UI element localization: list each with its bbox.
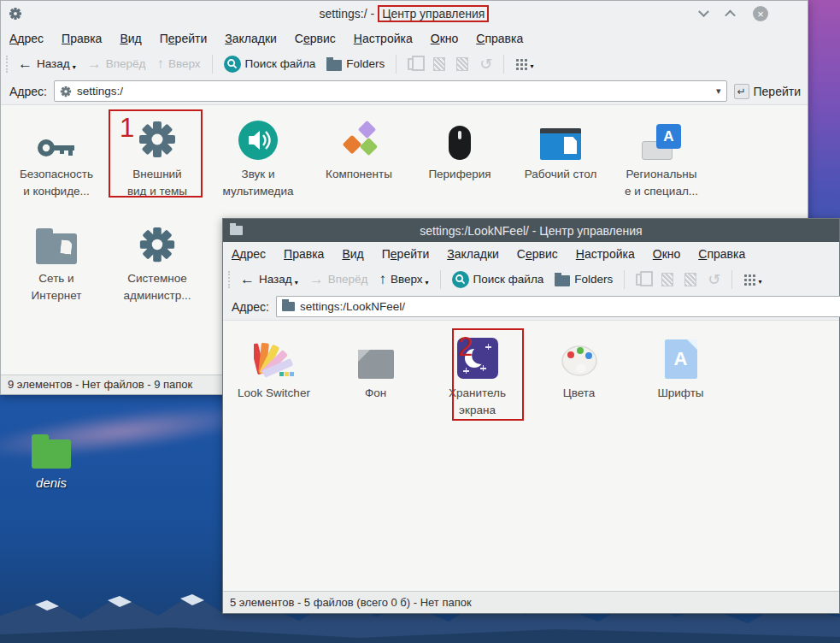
menu-item-6[interactable]: Настройка [354, 32, 413, 45]
menu-item-0[interactable]: Адрес [232, 247, 266, 261]
menu-item-5[interactable]: Сервис [517, 247, 558, 261]
item-desktop[interactable]: Рабочий стол [510, 105, 611, 199]
copy-button[interactable] [633, 272, 653, 287]
paste-button[interactable] [431, 56, 448, 73]
back-button[interactable]: ← Назад ▾ [15, 55, 79, 73]
address-input[interactable]: settings:/LookNFeel/ [276, 296, 840, 317]
folders-icon [326, 60, 342, 71]
menu-item-3[interactable]: Перейти [160, 32, 207, 45]
delete-icon [456, 57, 468, 71]
view-dropdown-icon[interactable]: ▾ [758, 278, 761, 286]
maximize-icon[interactable] [725, 9, 736, 21]
folders-button[interactable]: Folders [552, 271, 615, 288]
menu-item-7[interactable]: Окно [653, 247, 681, 261]
folders-label: Folders [574, 273, 613, 286]
desktop-folder-denis[interactable]: denis [24, 434, 79, 490]
icon-row-2: Сеть иИнтернет Системноеадминистр... [6, 209, 208, 304]
fonts-icon [665, 339, 697, 379]
item-label: Периферия [428, 168, 490, 180]
menu-item-8[interactable]: Справка [476, 32, 523, 45]
item-sound[interactable]: Звук имультимедиа [208, 105, 308, 199]
paste-button[interactable] [659, 271, 676, 288]
item-system-admin[interactable]: Системноеадминистр... [107, 209, 208, 304]
back-button[interactable]: ← Назад ▾ [238, 270, 301, 288]
menu-item-4[interactable]: Закладки [447, 247, 499, 261]
up-label: Вверх [391, 273, 423, 286]
item-label: Look Switcher [238, 386, 310, 399]
menu-item-3[interactable]: Перейти [382, 247, 429, 261]
item-look-switcher[interactable]: Look Switcher [223, 324, 325, 418]
item-label: Безопасность [20, 168, 93, 180]
item-label: Цвета [563, 386, 596, 399]
toolbar: ← Назад ▾ → Вперёд ↑ Вверх Поиск файла F… [1, 50, 808, 78]
item-label: Компоненты [326, 168, 392, 180]
titlebar[interactable]: settings:/ -Центр управления × [1, 1, 808, 27]
address-bar: Адрес: settings:/LookNFeel/ [223, 293, 839, 320]
menu-bar: АдресПравкаВидПерейтиЗакладкиСервисНастр… [223, 242, 839, 265]
back-dropdown-icon[interactable]: ▾ [295, 279, 298, 286]
delete-button[interactable] [454, 56, 471, 73]
item-colors[interactable]: Цвета [528, 324, 630, 418]
annotation-number-1: 1 [120, 115, 134, 141]
search-icon [224, 56, 241, 73]
item-network[interactable]: Сеть иИнтернет [6, 209, 107, 304]
menu-item-2[interactable]: Вид [342, 247, 363, 261]
up-button[interactable]: ↑ Вверх [154, 55, 203, 73]
find-file-button[interactable]: Поиск файла [221, 54, 319, 74]
background-icon [358, 350, 394, 379]
item-label: Фон [365, 386, 386, 399]
back-label: Назад [259, 273, 292, 286]
menu-item-7[interactable]: Окно [431, 32, 459, 45]
menu-item-0[interactable]: Адрес [9, 32, 44, 45]
folders-button[interactable]: Folders [324, 56, 387, 73]
forward-button[interactable]: → Вперёд [85, 55, 149, 73]
mouse-icon [449, 126, 471, 160]
item-background[interactable]: Фон [325, 324, 426, 418]
menu-item-1[interactable]: Правка [62, 32, 102, 45]
view-mode-button[interactable]: ▾ [513, 56, 536, 72]
address-input[interactable]: settings:/ ▾ [54, 80, 727, 102]
undo-button[interactable]: ↺ [705, 270, 723, 289]
item-regional[interactable]: A Региональные и специал... [611, 105, 712, 199]
item-fonts[interactable]: Шрифты [630, 324, 731, 418]
paste-icon [433, 57, 445, 71]
item-label: Системное [127, 272, 186, 285]
delete-button[interactable] [682, 271, 699, 288]
up-dropdown-icon[interactable]: ▾ [426, 279, 429, 286]
copy-button[interactable] [405, 56, 425, 72]
find-file-button[interactable]: Поиск файла [449, 269, 547, 290]
menu-item-2[interactable]: Вид [120, 32, 141, 45]
address-value: settings:/ [77, 85, 123, 97]
key-icon [37, 136, 76, 160]
up-icon: ↑ [156, 56, 164, 71]
view-mode-button[interactable]: ▾ [741, 272, 764, 287]
item-peripherals[interactable]: Периферия [409, 105, 510, 199]
desktop-icon [540, 128, 581, 160]
titlebar[interactable]: settings:/LookNFeel/ - Центр управления [223, 219, 839, 242]
forward-button[interactable]: → Вперёд [307, 270, 371, 288]
undo-button[interactable]: ↺ [477, 55, 495, 74]
forward-icon: → [309, 272, 324, 286]
view-dropdown-icon[interactable]: ▾ [530, 62, 533, 70]
menu-item-1[interactable]: Правка [284, 247, 324, 261]
menu-item-5[interactable]: Сервис [295, 32, 336, 45]
back-dropdown-icon[interactable]: ▾ [73, 63, 76, 71]
item-components[interactable]: Компоненты [308, 105, 409, 199]
item-security[interactable]: Безопасностьи конфиде... [6, 105, 107, 199]
menu-item-8[interactable]: Справка [698, 247, 745, 261]
up-button[interactable]: ↑ Вверх ▾ [376, 270, 431, 288]
menu-item-6[interactable]: Настройка [576, 247, 635, 261]
up-icon: ↑ [379, 272, 386, 286]
address-dropdown-icon[interactable]: ▾ [716, 86, 721, 97]
toolbar-handle[interactable] [228, 271, 230, 288]
menu-item-4[interactable]: Закладки [225, 32, 277, 45]
title-highlight-annotation: Центр управления [378, 5, 489, 22]
close-icon[interactable]: × [753, 6, 768, 21]
status-bar: 5 элементов - 5 файлов (всего 0 б) - Нет… [223, 591, 839, 613]
minimize-icon[interactable] [698, 6, 709, 17]
window-title: settings:/ -Центр управления [1, 7, 808, 21]
up-label: Вверх [168, 57, 201, 70]
toolbar-handle[interactable] [6, 56, 8, 73]
separator [731, 270, 732, 289]
go-button[interactable]: ↵ Перейти [734, 84, 801, 99]
